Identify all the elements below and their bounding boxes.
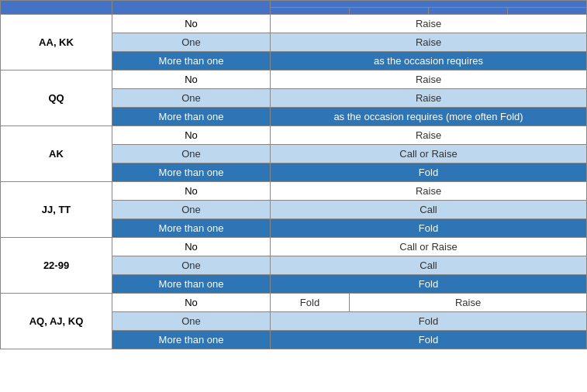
table-row: QQNoRaise — [1, 70, 587, 89]
table-position-header — [271, 1, 587, 8]
action-cell: Raise — [271, 182, 587, 201]
middle-header — [350, 8, 429, 15]
action-cell: Raise — [271, 89, 587, 108]
action-cell: Raise — [271, 70, 587, 89]
raise-cell: One — [112, 145, 271, 163]
hand-cell: JJ, TT — [1, 182, 112, 238]
action-cell: Call or Raise — [271, 238, 587, 256]
action-cell: Fold — [271, 219, 587, 238]
action-cell: Fold — [271, 275, 587, 294]
table-row: AQ, AJ, KQNoFoldRaise — [1, 294, 587, 312]
action-cell: Raise — [271, 15, 587, 33]
action-cell: Fold — [271, 163, 587, 182]
hand-cell: AK — [1, 126, 112, 182]
raise-cell: More than one — [112, 219, 271, 238]
raise-cell: No — [112, 126, 271, 145]
raise-cell: No — [112, 238, 271, 256]
hand-cell: QQ — [1, 70, 112, 126]
action-cell: Call — [271, 256, 587, 275]
raise-cell: No — [112, 15, 271, 33]
hand-cell: 22-99 — [1, 238, 112, 294]
action-cell: Fold — [271, 312, 587, 331]
raise-cell: No — [112, 294, 271, 312]
raise-cell: No — [112, 182, 271, 201]
raise-cell: One — [112, 256, 271, 275]
table-row: 22-99NoCall or Raise — [1, 238, 587, 256]
raise-cell: One — [112, 312, 271, 331]
raise-cell: One — [112, 89, 271, 108]
early-action-cell: Fold — [271, 294, 350, 312]
action-cell: Call or Raise — [271, 145, 587, 163]
action-cell: Raise — [271, 33, 587, 52]
action-cell: Call — [271, 201, 587, 219]
hand-cell: AQ, AJ, KQ — [1, 294, 112, 349]
blinds-header — [508, 8, 587, 15]
strategy-table: AA, KKNoRaiseOneRaiseMore than oneas the… — [0, 0, 587, 349]
raise-cell: One — [112, 201, 271, 219]
action-cell: as the occasion requires — [271, 52, 587, 70]
raise-cell: More than one — [112, 52, 271, 70]
late-header — [429, 8, 508, 15]
raise-cell: More than one — [112, 163, 271, 182]
early-header — [271, 8, 350, 15]
action-cell: Raise — [271, 126, 587, 145]
hand-header — [1, 1, 112, 15]
raise-cell: More than one — [112, 331, 271, 349]
raise-cell: No — [112, 70, 271, 89]
action-cell: Fold — [271, 331, 587, 349]
table-row: AKNoRaise — [1, 126, 587, 145]
raise-cell: One — [112, 33, 271, 52]
table-row: JJ, TTNoRaise — [1, 182, 587, 201]
action-cell: as the occasion requires (more often Fol… — [271, 108, 587, 126]
raise-header — [112, 1, 271, 15]
table-row: AA, KKNoRaise — [1, 15, 587, 33]
raise-cell: More than one — [112, 108, 271, 126]
rest-action-cell: Raise — [350, 294, 587, 312]
raise-cell: More than one — [112, 275, 271, 294]
hand-cell: AA, KK — [1, 15, 112, 70]
